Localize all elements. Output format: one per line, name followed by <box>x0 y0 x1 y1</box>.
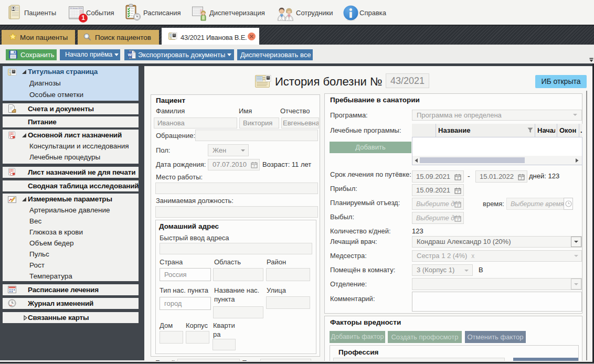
svg-text:W: W <box>128 52 132 57</box>
svg-text:7: 7 <box>457 218 459 221</box>
svg-text:7: 7 <box>457 190 459 194</box>
svg-text:14 Januar 2010: 14 Januar 2010 <box>70 7 82 9</box>
svg-text:7: 7 <box>521 177 523 180</box>
svg-text:7: 7 <box>253 165 256 168</box>
svg-text:7: 7 <box>457 204 459 207</box>
svg-text:7: 7 <box>457 177 459 180</box>
